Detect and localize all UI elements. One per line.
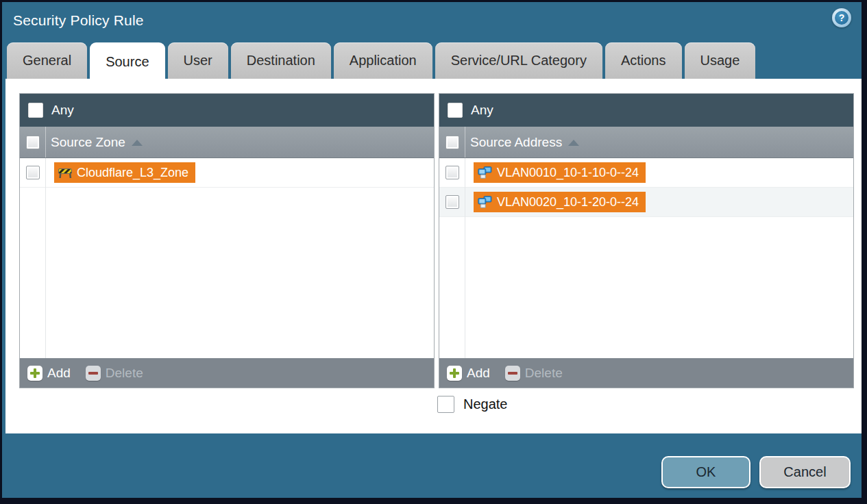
tab-usage[interactable]: Usage bbox=[685, 42, 756, 79]
table-row[interactable]: VLAN0020_10-1-20-0--24 bbox=[439, 188, 853, 217]
zone-chip[interactable]: Cloudflare_L3_Zone bbox=[54, 162, 195, 183]
address-name: VLAN0010_10-1-10-0--24 bbox=[497, 166, 639, 180]
dialog-title-bar: Security Policy Rule ? bbox=[2, 2, 862, 43]
cancel-button[interactable]: Cancel bbox=[759, 456, 851, 488]
tab-actions[interactable]: Actions bbox=[605, 42, 682, 79]
source-zone-footer: Add Delete bbox=[20, 358, 434, 388]
minus-icon bbox=[505, 366, 520, 381]
rows-divider bbox=[465, 158, 465, 358]
tab-source[interactable]: Source bbox=[90, 42, 164, 81]
source-address-select-all-checkbox[interactable] bbox=[445, 136, 459, 149]
zone-icon bbox=[58, 167, 72, 178]
source-tab-content: Any Source Zone bbox=[5, 79, 862, 433]
negate-control: Negate bbox=[437, 396, 508, 413]
source-address-any-label: Any bbox=[471, 103, 493, 118]
source-zone-column-header[interactable]: Source Zone bbox=[20, 127, 434, 158]
header-divider bbox=[465, 127, 465, 158]
delete-address-button[interactable]: Delete bbox=[505, 366, 563, 381]
add-zone-button[interactable]: Add bbox=[27, 366, 71, 381]
tab-user[interactable]: User bbox=[168, 42, 228, 79]
tab-strip: General Source User Destination Applicat… bbox=[7, 42, 755, 79]
tab-general[interactable]: General bbox=[7, 42, 87, 79]
tab-application[interactable]: Application bbox=[334, 42, 432, 79]
row-checkbox[interactable] bbox=[445, 195, 459, 209]
source-address-footer: Add Delete bbox=[439, 358, 853, 388]
help-question-mark: ? bbox=[835, 11, 848, 25]
security-policy-rule-dialog: Security Policy Rule ? General Source Us… bbox=[2, 2, 862, 498]
zone-name: Cloudflare_L3_Zone bbox=[77, 166, 188, 180]
negate-checkbox[interactable] bbox=[437, 396, 454, 413]
address-name: VLAN0020_10-1-20-0--24 bbox=[497, 195, 639, 210]
source-address-any-bar: Any bbox=[439, 94, 853, 127]
ok-button[interactable]: OK bbox=[661, 456, 750, 488]
source-zone-column-title: Source Zone bbox=[51, 135, 125, 150]
delete-label: Delete bbox=[106, 366, 143, 381]
minus-icon bbox=[86, 366, 101, 381]
header-divider bbox=[45, 127, 46, 158]
plus-icon bbox=[27, 366, 42, 381]
address-icon bbox=[478, 166, 492, 179]
address-chip[interactable]: VLAN0020_10-1-20-0--24 bbox=[474, 192, 646, 212]
tab-destination[interactable]: Destination bbox=[231, 42, 331, 79]
negate-label: Negate bbox=[463, 396, 508, 412]
add-label: Add bbox=[467, 366, 490, 381]
row-checkbox[interactable] bbox=[445, 166, 459, 179]
source-address-any-checkbox[interactable] bbox=[448, 103, 463, 118]
address-icon bbox=[478, 196, 492, 208]
tab-service-url-category[interactable]: Service/URL Category bbox=[435, 42, 602, 79]
dialog-title: Security Policy Rule bbox=[13, 12, 144, 29]
source-zone-any-checkbox[interactable] bbox=[28, 103, 43, 118]
source-address-rows: VLAN0010_10-1-10-0--24 bbox=[439, 158, 853, 358]
source-address-column-header[interactable]: Source Address bbox=[439, 127, 853, 158]
source-address-column-title: Source Address bbox=[470, 135, 562, 150]
table-row[interactable]: VLAN0010_10-1-10-0--24 bbox=[439, 158, 853, 188]
sort-ascending-arrow-icon[interactable] bbox=[568, 140, 579, 146]
source-zone-any-bar: Any bbox=[20, 94, 434, 127]
source-address-panel: Any Source Address bbox=[439, 93, 854, 388]
source-zone-any-label: Any bbox=[51, 103, 74, 118]
row-checkbox[interactable] bbox=[26, 166, 40, 179]
plus-icon bbox=[447, 366, 462, 381]
address-chip[interactable]: VLAN0010_10-1-10-0--24 bbox=[474, 162, 646, 183]
delete-label: Delete bbox=[525, 366, 563, 381]
add-address-button[interactable]: Add bbox=[447, 366, 490, 381]
help-icon[interactable]: ? bbox=[832, 8, 851, 27]
sort-ascending-arrow-icon[interactable] bbox=[132, 140, 143, 146]
source-zone-rows: Cloudflare_L3_Zone bbox=[20, 158, 434, 358]
rows-divider bbox=[45, 158, 46, 358]
add-label: Add bbox=[47, 366, 71, 381]
source-zone-panel: Any Source Zone bbox=[19, 93, 435, 388]
source-zone-select-all-checkbox[interactable] bbox=[26, 136, 40, 149]
delete-zone-button[interactable]: Delete bbox=[86, 366, 143, 381]
table-row[interactable]: Cloudflare_L3_Zone bbox=[20, 158, 434, 188]
